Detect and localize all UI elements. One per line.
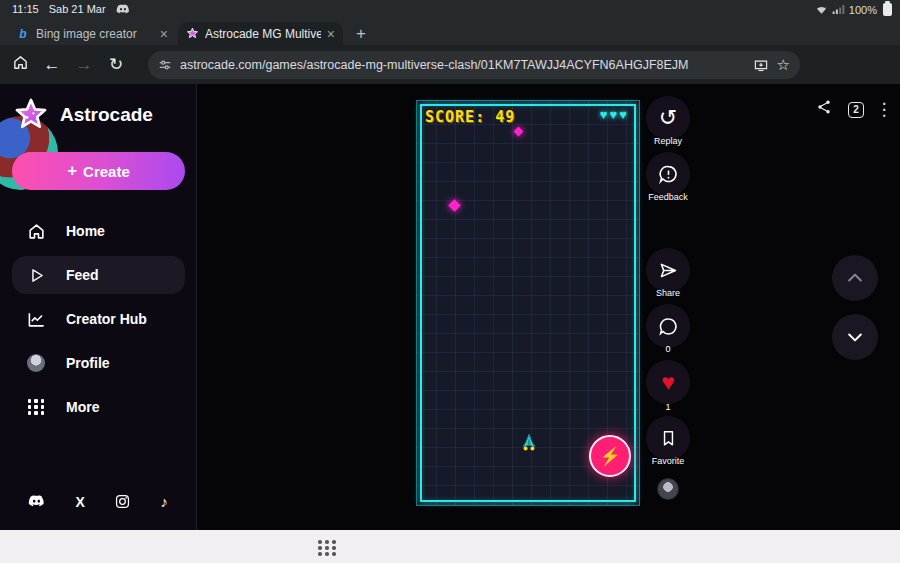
forward-icon: → <box>68 55 100 75</box>
bookmark-icon[interactable]: ☆ <box>777 56 790 74</box>
x-twitter-icon[interactable]: X <box>75 494 84 510</box>
tab-title: Astrocade MG Multiverse <box>205 27 321 41</box>
all-apps-icon[interactable] <box>318 540 337 556</box>
tiktok-icon[interactable]: ♪ <box>160 493 168 510</box>
favorite-label: Favorite <box>638 456 698 466</box>
replay-label: Replay <box>638 136 698 146</box>
battery-percent: 100% <box>849 4 877 16</box>
clock: 11:15 <box>12 3 39 15</box>
sidebar-item-label: Profile <box>66 355 110 371</box>
sidebar-item-profile[interactable]: Profile <box>12 344 185 382</box>
sidebar-item-more[interactable]: More <box>12 388 185 426</box>
battery-icon <box>883 3 892 16</box>
replay-icon: ↺ <box>659 107 677 129</box>
action-rail: ↺ Replay Feedback Share 0 ♥ 1 Favorite <box>646 84 690 530</box>
tab-switcher-button[interactable]: 2 <box>848 102 864 118</box>
sidebar-nav: Home Feed Creator Hub Profile More <box>12 212 185 432</box>
home-icon[interactable] <box>4 54 36 76</box>
reload-icon[interactable]: ↻ <box>100 54 132 75</box>
wifi-icon <box>815 4 828 15</box>
creator-avatar[interactable] <box>657 478 679 500</box>
previous-game-button[interactable] <box>832 255 878 301</box>
like-button[interactable]: ♥ <box>646 360 690 404</box>
new-tab-button[interactable]: + <box>350 24 372 46</box>
chevron-up-icon <box>845 268 865 288</box>
share-label: Share <box>638 288 698 298</box>
tab-strip: b Bing image creator × Astrocade MG Mult… <box>0 20 900 45</box>
feedback-button[interactable] <box>646 152 690 196</box>
share-icon[interactable] <box>808 99 840 120</box>
tab-bing-image-creator[interactable]: b Bing image creator × <box>8 22 176 45</box>
sidebar-item-feed[interactable]: Feed <box>12 256 185 294</box>
tab-astrocade-active[interactable]: Astrocade MG Multiverse × <box>178 22 343 45</box>
sidebar-item-label: More <box>66 399 99 415</box>
android-taskbar: ‹ <box>0 530 900 563</box>
replay-button[interactable]: ↺ <box>646 96 690 140</box>
chevron-down-icon <box>845 327 865 347</box>
feedback-label: Feedback <box>638 192 698 202</box>
sidebar-item-creator-hub[interactable]: Creator Hub <box>12 300 185 338</box>
browser-toolbar: ← → ↻ astrocade.com/games/astrocade-mg-m… <box>0 45 900 84</box>
comments-button[interactable] <box>646 304 690 348</box>
feedback-bubble-icon <box>658 164 679 185</box>
boost-button[interactable]: ⚡ <box>589 435 631 477</box>
sidebar: Astrocade + Create Home Feed Creator Hub… <box>0 84 197 530</box>
brand-name[interactable]: Astrocade <box>60 104 153 126</box>
profile-avatar-icon <box>26 354 46 372</box>
game-canvas[interactable]: SCORE: 49 ♥♥♥ ⚡ <box>416 100 640 506</box>
share-game-button[interactable] <box>646 248 690 292</box>
player-ship <box>517 433 541 457</box>
play-icon <box>26 267 46 284</box>
astrocade-logo-icon[interactable] <box>12 96 50 134</box>
score-display: SCORE: 49 <box>425 108 515 126</box>
score-value: 49 <box>495 108 515 126</box>
next-game-button[interactable] <box>832 314 878 360</box>
sidebar-item-label: Creator Hub <box>66 311 147 327</box>
close-tab-icon[interactable]: × <box>160 26 168 42</box>
tab-title: Bing image creator <box>36 27 137 41</box>
enemy-diamond <box>448 199 461 212</box>
sidebar-item-home[interactable]: Home <box>12 212 185 250</box>
menu-icon[interactable]: ⋮ <box>872 99 896 120</box>
sidebar-item-label: Home <box>66 223 105 239</box>
signal-icon <box>832 4 845 15</box>
sidebar-item-label: Feed <box>66 267 99 283</box>
date: Sab 21 Mar <box>49 3 106 15</box>
discord-notification-icon <box>116 4 130 15</box>
address-bar[interactable]: astrocade.com/games/astrocade-mg-multive… <box>148 51 800 79</box>
url-text: astrocade.com/games/astrocade-mg-multive… <box>180 58 745 72</box>
instagram-icon[interactable] <box>115 494 130 509</box>
bing-favicon: b <box>16 27 30 41</box>
paper-plane-icon <box>658 260 679 281</box>
screen: 11:15 Sab 21 Mar 100% b Bing image creat… <box>0 0 900 563</box>
lives-hearts: ♥♥♥ <box>600 107 629 122</box>
create-button[interactable]: + Create <box>12 152 185 190</box>
home-icon <box>26 222 46 241</box>
comment-bubble-icon <box>658 316 679 337</box>
likes-count: 1 <box>638 402 698 412</box>
status-bar: 11:15 Sab 21 Mar 100% <box>0 0 900 20</box>
lightning-icon: ⚡ <box>599 446 620 467</box>
create-button-label: Create <box>83 163 130 180</box>
back-icon[interactable]: ← <box>36 55 68 75</box>
browser-chrome-top: 11:15 Sab 21 Mar 100% b Bing image creat… <box>0 0 900 45</box>
heart-icon: ♥ <box>661 371 675 394</box>
bookmark-icon <box>659 429 678 448</box>
chart-icon <box>26 310 46 329</box>
enemy-diamond <box>514 127 524 137</box>
close-tab-icon[interactable]: × <box>327 26 335 42</box>
discord-icon[interactable] <box>28 495 45 508</box>
favorite-button[interactable] <box>646 416 690 460</box>
social-links: X ♪ <box>28 493 168 510</box>
install-app-icon[interactable] <box>753 58 769 73</box>
plus-icon: + <box>67 161 77 181</box>
grid-dots-icon <box>26 399 46 415</box>
comments-count: 0 <box>638 344 698 354</box>
astrocade-star-favicon <box>186 26 199 41</box>
site-settings-icon[interactable] <box>158 58 172 72</box>
score-label: SCORE: <box>425 108 485 126</box>
